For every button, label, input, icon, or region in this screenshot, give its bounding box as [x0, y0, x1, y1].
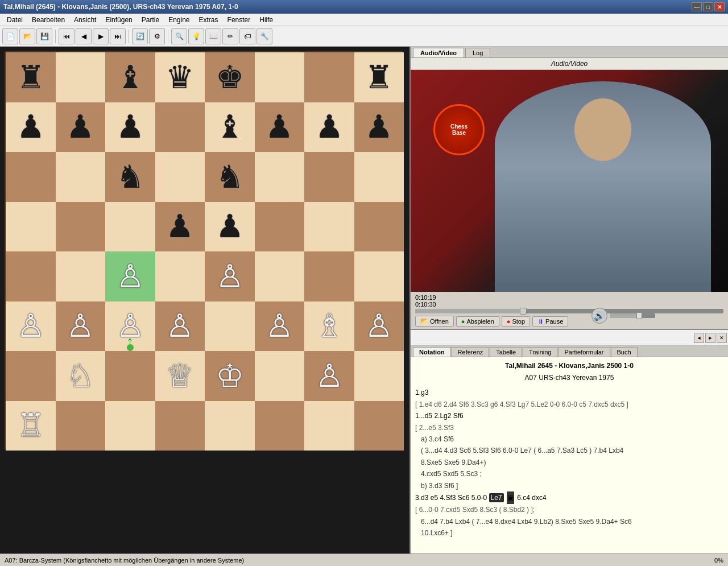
scroll-right-btn[interactable]: ►: [705, 333, 715, 343]
square-d8[interactable]: ♛: [155, 52, 205, 102]
move-3e5[interactable]: e5: [431, 494, 438, 502]
square-d3[interactable]: ♙: [155, 301, 205, 352]
chessboard[interactable]: ♜♝♛♚♜♟♟♟♝♟♟♟♞♞♟♟♙♙♙♙♙↑♙♙♗♙♘♕♔♙♖: [5, 51, 403, 449]
tab-training[interactable]: Training: [523, 347, 557, 357]
toolbar-back-start[interactable]: ⏮: [59, 28, 75, 44]
square-d1[interactable]: [155, 401, 205, 451]
square-h5[interactable]: [354, 202, 404, 252]
square-c5[interactable]: [105, 202, 155, 252]
square-b1[interactable]: [56, 401, 106, 451]
square-d5[interactable]: ♟: [155, 202, 205, 252]
volume-thumb[interactable]: [636, 312, 642, 319]
square-d2[interactable]: ♕: [155, 351, 205, 401]
menu-item-extras[interactable]: Extras: [195, 15, 223, 25]
tab-log[interactable]: Log: [465, 48, 490, 57]
play-button[interactable]: ● Abspielen: [456, 316, 499, 327]
square-d6[interactable]: [155, 152, 205, 202]
toolbar-mark[interactable]: 🏷: [239, 28, 255, 44]
tab-tabelle[interactable]: Tabelle: [490, 347, 522, 357]
square-c7[interactable]: ♟: [105, 102, 155, 152]
square-f4[interactable]: [255, 251, 305, 301]
square-h4[interactable]: [354, 251, 404, 301]
square-g4[interactable]: [304, 251, 354, 301]
square-b6[interactable]: [56, 152, 106, 202]
toolbar-config[interactable]: 🔧: [257, 28, 272, 44]
progress-thumb[interactable]: [520, 308, 527, 315]
square-f2[interactable]: [255, 351, 305, 401]
square-e4[interactable]: ♙: [205, 251, 255, 301]
square-g5[interactable]: [304, 202, 354, 252]
toolbar-annotate[interactable]: ✏: [222, 28, 238, 44]
square-e7[interactable]: ♝: [205, 102, 255, 152]
menu-item-ansicht[interactable]: Ansicht: [69, 15, 101, 25]
menu-item-fenster[interactable]: Fenster: [223, 15, 255, 25]
square-g8[interactable]: [304, 52, 354, 102]
close-panel-btn[interactable]: ✕: [717, 333, 727, 343]
move-4sf3[interactable]: 4.Sf3: [440, 494, 456, 502]
square-h7[interactable]: ♟: [354, 102, 404, 152]
menu-item-partie[interactable]: Partie: [137, 15, 164, 25]
square-a3[interactable]: ♙: [6, 301, 56, 352]
square-h3[interactable]: ♙: [354, 301, 404, 352]
square-c1[interactable]: [105, 401, 155, 451]
square-h8[interactable]: ♜: [354, 52, 404, 102]
square-e2[interactable]: ♔: [205, 351, 255, 401]
square-g3[interactable]: ♗: [304, 301, 354, 352]
tab-audio-video[interactable]: Audio/Video: [413, 48, 464, 57]
square-a5[interactable]: [6, 202, 56, 252]
move-3d3[interactable]: 3.d3: [415, 494, 428, 502]
square-f8[interactable]: [255, 52, 305, 102]
move-6c4[interactable]: 6.c4: [517, 494, 530, 502]
square-e5[interactable]: ♟: [205, 202, 255, 252]
menu-item-einfügen[interactable]: Einfügen: [101, 15, 136, 25]
square-d4[interactable]: [155, 251, 205, 301]
progress-bar[interactable]: 🔊: [415, 309, 723, 313]
square-b7[interactable]: ♟: [56, 102, 106, 152]
square-g7[interactable]: ♟: [304, 102, 354, 152]
minimize-button[interactable]: —: [692, 2, 702, 11]
square-f6[interactable]: [255, 152, 305, 202]
square-a4[interactable]: [6, 251, 56, 301]
square-g6[interactable]: [304, 152, 354, 202]
square-h1[interactable]: [354, 401, 404, 451]
square-c2[interactable]: [105, 351, 155, 401]
square-a1[interactable]: ♖: [6, 401, 56, 451]
square-a7[interactable]: ♟: [6, 102, 56, 152]
toolbar-rotate[interactable]: 🔄: [132, 28, 148, 44]
move-6dxc4[interactable]: dxc4: [532, 494, 546, 502]
square-b8[interactable]: [56, 52, 106, 102]
toolbar-hint[interactable]: 💡: [188, 28, 204, 44]
square-f1[interactable]: [255, 401, 305, 451]
open-button[interactable]: 📂 Öffnen: [415, 316, 454, 327]
square-b4[interactable]: [56, 251, 106, 301]
square-e3[interactable]: [205, 301, 255, 352]
move-5oo[interactable]: 5.0-0: [471, 494, 487, 502]
square-g1[interactable]: [304, 401, 354, 451]
close-button[interactable]: ✕: [714, 2, 725, 11]
square-c8[interactable]: ♝: [105, 52, 155, 102]
menu-item-engine[interactable]: Engine: [164, 15, 194, 25]
square-c3[interactable]: ♙↑: [105, 301, 155, 352]
square-c6[interactable]: ♞: [105, 152, 155, 202]
move-2sf6[interactable]: Sf6: [453, 412, 464, 420]
square-h6[interactable]: [354, 152, 404, 202]
toolbar-save-btn[interactable]: 💾: [36, 28, 52, 44]
square-b5[interactable]: [56, 202, 106, 252]
tab-notation[interactable]: Notation: [413, 347, 451, 357]
toolbar-settings[interactable]: ⚙: [149, 28, 165, 44]
scroll-left-btn[interactable]: ◄: [694, 333, 704, 343]
move-4sc6[interactable]: Sc6: [458, 494, 470, 502]
toolbar-fwd-end[interactable]: ⏭: [110, 28, 126, 44]
toolbar-book[interactable]: 📖: [205, 28, 221, 44]
stop-button[interactable]: ● Stop: [502, 316, 530, 327]
square-d7[interactable]: [155, 102, 205, 152]
square-a6[interactable]: [6, 152, 56, 202]
square-e1[interactable]: [205, 401, 255, 451]
move-1g3[interactable]: 1.g3: [415, 389, 428, 396]
toolbar-engine[interactable]: 🔍: [171, 28, 187, 44]
menu-item-datei[interactable]: Datei: [2, 15, 27, 25]
square-b2[interactable]: ♘: [56, 351, 106, 401]
menu-item-hilfe[interactable]: Hilfe: [255, 15, 278, 25]
square-e6[interactable]: ♞: [205, 152, 255, 202]
toolbar-new-btn[interactable]: 📄: [2, 28, 18, 44]
